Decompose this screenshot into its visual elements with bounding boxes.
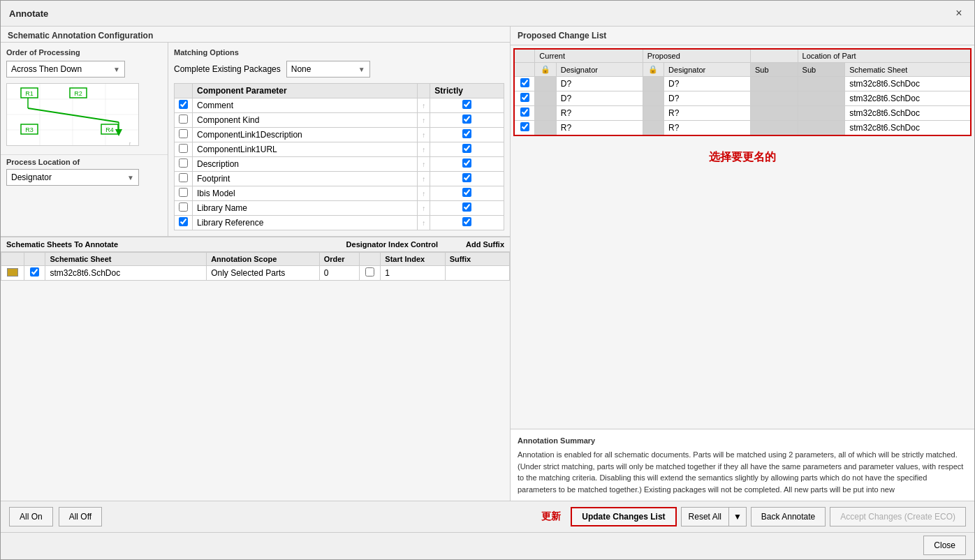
strictly-checkbox[interactable] bbox=[462, 115, 471, 124]
strictly-checkbox[interactable] bbox=[462, 129, 471, 138]
order-of-processing-dropdown[interactable]: Across Then Down ▼ bbox=[6, 61, 125, 78]
proposed-sub-subheader: Sub bbox=[798, 63, 845, 77]
back-annotate-button[interactable]: Back Annotate bbox=[751, 507, 826, 526]
proposed-sub bbox=[751, 91, 798, 106]
bottom-left-buttons: All On All Off bbox=[9, 507, 102, 526]
component-parameter-header: Component Parameter bbox=[193, 84, 418, 98]
schematic-sheets-section: Schematic Sheets To Annotate Designator … bbox=[1, 237, 510, 501]
matching-checkbox[interactable] bbox=[179, 115, 188, 124]
strictly-checkbox[interactable] bbox=[462, 100, 471, 109]
accept-changes-button[interactable]: Accept Changes (Create ECO) bbox=[830, 507, 966, 526]
matching-checkbox[interactable] bbox=[179, 144, 188, 153]
matching-table-row: ComponentLink1Description ↑ bbox=[175, 128, 504, 142]
proposed-row-checkbox[interactable] bbox=[520, 93, 529, 102]
svg-text:R3: R3 bbox=[25, 126, 34, 133]
svg-text:r: r bbox=[129, 141, 131, 146]
order-of-processing-label: Order of Processing bbox=[6, 48, 162, 57]
proposed-section: Current Proposed Location of Part 🔒 Desi… bbox=[511, 45, 974, 501]
sub-subheader: Sub bbox=[751, 63, 798, 77]
matching-checkbox[interactable] bbox=[179, 159, 188, 168]
component-parameter-name: ComponentLink1URL bbox=[193, 142, 418, 157]
matching-table-row: Ibis Model ↑ bbox=[175, 186, 504, 201]
component-parameter-name: Ibis Model bbox=[193, 186, 418, 201]
matching-checkbox[interactable] bbox=[179, 129, 188, 138]
matching-options-label: Matching Options bbox=[174, 48, 504, 57]
current-designator: R? bbox=[556, 106, 643, 121]
right-panel: Proposed Change List Current Proposed Lo… bbox=[511, 27, 974, 501]
complete-existing-packages-dropdown[interactable]: None ▼ bbox=[286, 61, 370, 78]
update-changes-list-button[interactable]: Update Changes List bbox=[571, 507, 676, 526]
matching-checkbox[interactable] bbox=[179, 173, 188, 182]
bottom-bar: All On All Off 更新 Update Changes List Re… bbox=[1, 501, 974, 532]
sheets-table: Schematic Sheet Annotation Scope Order S… bbox=[1, 252, 510, 281]
matching-checkbox[interactable] bbox=[179, 202, 188, 212]
proposed-row-checkbox[interactable] bbox=[520, 108, 529, 117]
proposed-table-row: D? D? stm32c8t6.SchDoc bbox=[514, 77, 971, 91]
proposed-row-checkbox[interactable] bbox=[520, 122, 529, 131]
matching-table-row: Footprint ↑ bbox=[175, 172, 504, 186]
all-on-button[interactable]: All On bbox=[9, 507, 53, 526]
strictly-checkbox[interactable] bbox=[462, 173, 471, 182]
dialog-title: Annotate bbox=[9, 8, 48, 19]
all-off-button[interactable]: All Off bbox=[59, 507, 102, 526]
schematic-sheets-label: Schematic Sheets To Annotate bbox=[6, 240, 118, 249]
sheet-checkbox[interactable] bbox=[30, 267, 39, 277]
component-parameter-name: Description bbox=[193, 157, 418, 172]
schematic-sheet-col-header: Schematic Sheet bbox=[45, 253, 207, 266]
suffix-value bbox=[445, 266, 509, 281]
reset-all-split-button: Reset All ▼ bbox=[681, 507, 747, 526]
svg-marker-13 bbox=[115, 129, 122, 136]
annotation-summary-title: Annotation Summary bbox=[518, 435, 967, 447]
current-sub bbox=[798, 106, 845, 121]
suffix-col-header: Suffix bbox=[445, 253, 509, 266]
strictly-checkbox[interactable] bbox=[462, 144, 471, 153]
schematic-sheet: stm32c8t6.SchDoc bbox=[845, 121, 971, 136]
strictly-checkbox[interactable] bbox=[462, 188, 471, 197]
proposed-designator: D? bbox=[664, 91, 751, 106]
matching-checkbox[interactable] bbox=[179, 100, 188, 109]
matching-table-row: Library Name ↑ bbox=[175, 201, 504, 216]
close-icon[interactable]: × bbox=[952, 6, 966, 20]
proposed-table-row: R? R? stm32c8t6.SchDoc bbox=[514, 106, 971, 121]
update-label: 更新 bbox=[541, 510, 561, 523]
matching-checkbox[interactable] bbox=[179, 217, 188, 226]
component-parameter-name: ComponentLink1Description bbox=[193, 128, 418, 142]
matching-options-section: Matching Options Complete Existing Packa… bbox=[168, 43, 510, 236]
process-location-label: Process Location of bbox=[6, 158, 162, 166]
complete-existing-packages-label: Complete Existing Packages bbox=[174, 64, 281, 74]
proposed-designator: R? bbox=[664, 121, 751, 136]
proposed-designator-subheader: Designator bbox=[664, 63, 751, 77]
proposed-table-wrapper[interactable]: Current Proposed Location of Part 🔒 Desi… bbox=[511, 45, 974, 429]
matching-checkbox[interactable] bbox=[179, 188, 188, 197]
current-designator: D? bbox=[556, 77, 643, 91]
reset-all-button[interactable]: Reset All bbox=[681, 507, 728, 526]
proposed-sub bbox=[751, 121, 798, 136]
schematic-sheet: stm32c8t6.SchDoc bbox=[845, 91, 971, 106]
strictly-checkbox[interactable] bbox=[462, 202, 471, 212]
proposed-table-row: D? D? stm32c8t6.SchDoc bbox=[514, 91, 971, 106]
process-location-dropdown[interactable]: Designator ▼ bbox=[6, 169, 139, 186]
reset-all-arrow[interactable]: ▼ bbox=[728, 507, 747, 526]
component-parameter-name: Library Reference bbox=[193, 216, 418, 230]
annotation-summary-text: Annotation is enabled for all schematic … bbox=[518, 449, 967, 495]
component-parameter-name: Comment bbox=[193, 98, 418, 113]
start-index-checkbox[interactable] bbox=[365, 267, 374, 277]
strictly-checkbox[interactable] bbox=[462, 159, 471, 168]
close-button[interactable]: Close bbox=[923, 536, 966, 555]
chevron-down-icon: ▼ bbox=[127, 174, 134, 182]
proposed-row-checkbox[interactable] bbox=[520, 78, 529, 87]
left-panel: Schematic Annotation Configuration Order… bbox=[1, 27, 511, 501]
start-index-col-header: Start Index bbox=[381, 253, 445, 266]
strictly-checkbox[interactable] bbox=[462, 217, 471, 226]
proposed-sub bbox=[751, 106, 798, 121]
current-designator: R? bbox=[556, 121, 643, 136]
rename-label: 选择要更名的 bbox=[513, 136, 972, 179]
proposed-change-list-title: Proposed Change List bbox=[511, 27, 974, 45]
order-value: 0 bbox=[319, 266, 360, 281]
matching-table-row: Comment ↑ bbox=[175, 98, 504, 113]
proposed-table: Current Proposed Location of Part 🔒 Desi… bbox=[513, 48, 972, 136]
svg-text:R4: R4 bbox=[105, 126, 114, 133]
matching-table: Component Parameter Strictly Comment ↑ C… bbox=[174, 83, 504, 230]
designator-index-control-label: Designator Index Control bbox=[346, 240, 438, 249]
chevron-down-icon: ▼ bbox=[358, 66, 365, 73]
